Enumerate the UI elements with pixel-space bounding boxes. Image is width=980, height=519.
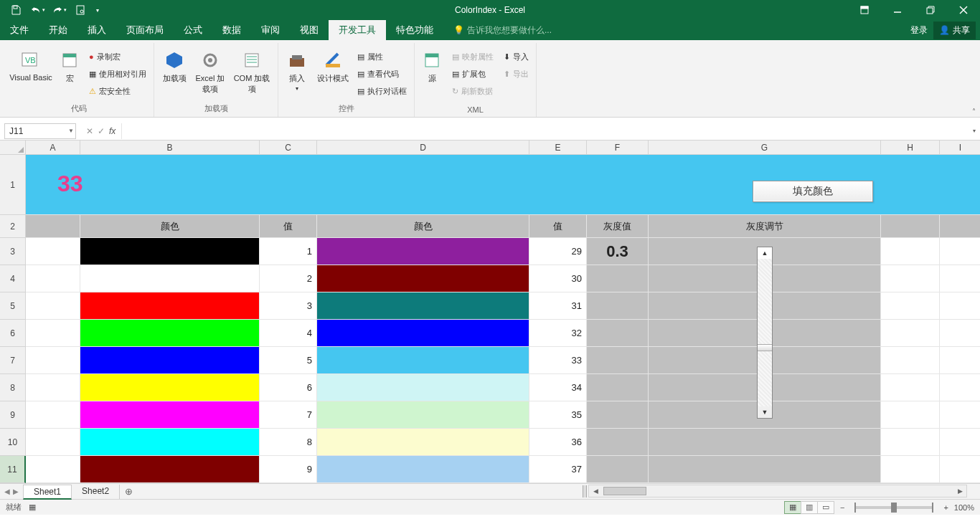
- color-swatch[interactable]: [80, 456, 260, 483]
- header-cell[interactable]: 灰度值: [587, 215, 649, 238]
- col-head-D[interactable]: D: [317, 141, 529, 155]
- close-button[interactable]: [947, 0, 980, 20]
- cell[interactable]: 36: [529, 429, 587, 456]
- row-head-6[interactable]: 6: [0, 320, 26, 347]
- gray-value-cell[interactable]: [587, 292, 649, 320]
- row-head-8[interactable]: 8: [0, 374, 26, 401]
- color-swatch[interactable]: [80, 320, 260, 347]
- gray-adjust-cell[interactable]: [649, 456, 881, 483]
- cell[interactable]: 3: [260, 292, 317, 320]
- gray-value-cell[interactable]: [587, 265, 649, 292]
- col-head-B[interactable]: B: [80, 141, 260, 155]
- fill-color-button[interactable]: 填充颜色: [753, 181, 873, 202]
- scroll-thumb[interactable]: [603, 487, 646, 495]
- scroll-right-icon[interactable]: ▶: [953, 487, 966, 495]
- tell-me[interactable]: 💡 告诉我您想要做什么...: [453, 24, 552, 37]
- color-swatch[interactable]: [80, 292, 260, 320]
- color-swatch[interactable]: [317, 429, 529, 456]
- undo-icon[interactable]: ▾: [27, 1, 47, 19]
- row-head-7[interactable]: 7: [0, 347, 26, 374]
- macro-status-icon[interactable]: ▦: [29, 503, 36, 512]
- cell[interactable]: 30: [529, 265, 587, 292]
- sheet-tab-Sheet2[interactable]: Sheet2: [72, 485, 120, 499]
- cell[interactable]: [26, 292, 80, 320]
- tab-页面布局[interactable]: 页面布局: [116, 20, 174, 40]
- cell[interactable]: [881, 456, 940, 483]
- run-dialog-button[interactable]: ▤执行对话框: [354, 83, 410, 99]
- header-cell[interactable]: [26, 215, 80, 238]
- expansion-pack-button[interactable]: ▤扩展包: [449, 66, 496, 82]
- cell[interactable]: [940, 429, 980, 456]
- spin-up-icon[interactable]: ▲: [758, 247, 772, 259]
- import-button[interactable]: ⬇导入: [501, 49, 532, 65]
- xml-source-button[interactable]: 源: [419, 46, 445, 84]
- sheet-nav[interactable]: ◀▶: [0, 487, 23, 495]
- cell[interactable]: 7: [260, 401, 317, 429]
- macro-security-button[interactable]: ⚠宏安全性: [86, 83, 149, 99]
- header-cell[interactable]: 值: [260, 215, 317, 238]
- col-head-I[interactable]: I: [940, 141, 980, 155]
- cell[interactable]: 6: [260, 374, 317, 401]
- cell[interactable]: [881, 238, 940, 265]
- cell[interactable]: 2: [260, 265, 317, 292]
- name-box[interactable]: J11▼: [4, 123, 76, 139]
- col-head-F[interactable]: F: [587, 141, 649, 155]
- share-button[interactable]: 👤 共享: [933, 22, 976, 39]
- cell[interactable]: [940, 265, 980, 292]
- cell[interactable]: [940, 320, 980, 347]
- color-swatch[interactable]: [80, 265, 260, 292]
- page-layout-view-button[interactable]: ▥: [801, 501, 818, 514]
- normal-view-button[interactable]: ▦: [784, 501, 801, 514]
- zoom-slider[interactable]: [854, 506, 933, 509]
- spin-down-icon[interactable]: ▼: [758, 406, 772, 418]
- gray-value-cell[interactable]: [587, 320, 649, 347]
- color-swatch[interactable]: [317, 238, 529, 265]
- gray-adjust-cell[interactable]: [649, 429, 881, 456]
- expand-formula-icon[interactable]: ▾: [973, 128, 976, 134]
- cell[interactable]: [881, 374, 940, 401]
- col-head-C[interactable]: C: [260, 141, 317, 155]
- row-head-1[interactable]: 1: [0, 155, 26, 215]
- cell[interactable]: [940, 347, 980, 374]
- color-swatch[interactable]: [317, 456, 529, 483]
- gray-value-cell[interactable]: 0.3: [587, 238, 649, 265]
- header-cell[interactable]: 颜色: [80, 215, 260, 238]
- gray-value-cell[interactable]: [587, 456, 649, 483]
- spin-thumb[interactable]: [758, 344, 772, 351]
- tab-数据[interactable]: 数据: [212, 20, 251, 40]
- header-cell[interactable]: [881, 215, 940, 238]
- record-macro-button[interactable]: ●录制宏: [86, 49, 149, 65]
- cell[interactable]: 1: [260, 238, 317, 265]
- ribbon-display-icon[interactable]: [848, 0, 881, 20]
- cell[interactable]: [881, 347, 940, 374]
- view-code-button[interactable]: ▤查看代码: [354, 66, 410, 82]
- design-mode-button[interactable]: 设计模式: [316, 46, 350, 84]
- gray-value-cell[interactable]: [587, 347, 649, 374]
- cell[interactable]: [881, 265, 940, 292]
- login-link[interactable]: 登录: [910, 24, 928, 37]
- cell[interactable]: 35: [529, 401, 587, 429]
- cell[interactable]: [26, 401, 80, 429]
- color-swatch[interactable]: [317, 347, 529, 374]
- cell[interactable]: [940, 292, 980, 320]
- cell[interactable]: [26, 456, 80, 483]
- minimize-button[interactable]: [881, 0, 914, 20]
- color-swatch[interactable]: [80, 401, 260, 429]
- macros-button[interactable]: 宏: [57, 46, 82, 84]
- tab-文件[interactable]: 文件: [0, 20, 39, 40]
- cell[interactable]: [881, 320, 940, 347]
- cell[interactable]: [940, 374, 980, 401]
- col-head-E[interactable]: E: [529, 141, 587, 155]
- merged-banner-cell[interactable]: 33填充颜色: [26, 155, 980, 215]
- row-head-2[interactable]: 2: [0, 215, 26, 238]
- cell[interactable]: 37: [529, 456, 587, 483]
- zoom-level[interactable]: 100%: [954, 503, 974, 512]
- tab-特色功能[interactable]: 特色功能: [386, 20, 443, 40]
- com-addins-button[interactable]: COM 加载项: [230, 46, 273, 95]
- sheet-tab-Sheet1[interactable]: Sheet1: [23, 485, 72, 500]
- row-head-5[interactable]: 5: [0, 292, 26, 320]
- row-head-3[interactable]: 3: [0, 238, 26, 265]
- row-head-4[interactable]: 4: [0, 265, 26, 292]
- color-swatch[interactable]: [317, 292, 529, 320]
- cell[interactable]: [26, 374, 80, 401]
